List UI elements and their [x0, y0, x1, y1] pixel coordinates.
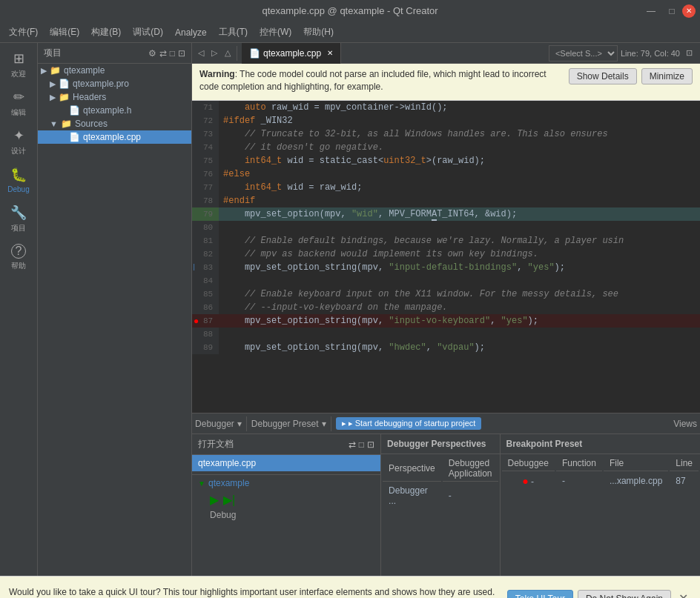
file-tab-icon: 📄: [249, 48, 260, 59]
tab-close-icon[interactable]: ✕: [327, 49, 333, 57]
take-tour-button[interactable]: Take UI Tour: [507, 590, 573, 599]
close-button[interactable]: ✕: [682, 4, 696, 18]
line-content-88: [219, 328, 228, 341]
cell-debuggee-text: -: [531, 476, 534, 487]
project-collapse-icon[interactable]: □: [170, 48, 175, 59]
warning-bold: Warning: [199, 69, 235, 79]
sidebar-label-design: 设计: [11, 146, 26, 156]
sidebar-item-help[interactable]: ? 帮助: [0, 239, 37, 276]
docs-icon2[interactable]: □: [359, 439, 364, 450]
line-content-85: // Enable keyboard input on the X11 wind…: [219, 288, 618, 301]
open-docs-header: 打开文档 ⇄ □ ⊡: [192, 434, 380, 455]
debug-icon: 🐛: [10, 167, 27, 183]
editor-area: ◁ ▷ △ 📄 qtexample.cpp ✕ <Select S...> Li…: [192, 43, 700, 576]
tree-item-cpp[interactable]: 📄 qtexample.cpp: [38, 130, 191, 144]
start-debug-button[interactable]: ▸ ▸ Start debugging of startup project: [336, 417, 482, 430]
folder-icon-headers: 📁: [59, 92, 70, 102]
maximize-button[interactable]: □: [661, 0, 682, 22]
sidebar-label-projects: 项目: [11, 223, 26, 233]
title-text: qtexample.cpp @ qtexample - Qt Creator: [262, 0, 438, 22]
project-sync-icon[interactable]: ⇄: [159, 48, 167, 59]
tree-item-h[interactable]: 📄 qtexample.h: [38, 104, 191, 117]
tree-item-headers[interactable]: ▶ 📁 Headers: [38, 90, 191, 104]
code-line-81: 81 // Enable default bindings, because w…: [192, 234, 700, 247]
menu-analyze[interactable]: Analyze: [169, 24, 213, 41]
cell-line: 87: [670, 473, 699, 489]
tree-label-headers: Headers: [73, 92, 106, 102]
line-content-79: mpv_set_option(mpv, "wid", MPV_FORMAT_IN…: [219, 207, 517, 221]
sidebar-label-help: 帮助: [11, 261, 26, 271]
minimize-button[interactable]: —: [641, 0, 661, 22]
views-label[interactable]: Views: [673, 419, 697, 429]
nav-back-button[interactable]: ◁: [195, 47, 207, 59]
tree-item-root[interactable]: ▶ 📁 qtexample: [38, 64, 191, 77]
line-number-87: ● 87: [192, 314, 219, 328]
code-line-79: 79 mpv_set_option(mpv, "wid", MPV_FORMAT…: [192, 207, 700, 221]
debugger-content: 打开文档 ⇄ □ ⊡ qtexample.cpp ▼ qtexample: [192, 434, 700, 576]
menu-file[interactable]: 文件(F): [3, 23, 44, 41]
close-tour-button[interactable]: ✕: [676, 591, 691, 598]
debug-preset-dropdown-icon: ▾: [322, 419, 326, 429]
symbol-select[interactable]: <Select S...>: [549, 45, 618, 62]
sidebar-item-projects[interactable]: 🔧 项目: [0, 200, 37, 237]
split-editor-button[interactable]: ⊡: [683, 47, 696, 59]
warning-buttons: Show Details Minimize: [569, 68, 693, 84]
nav-forward-button[interactable]: ▷: [208, 47, 220, 59]
tree-item-pro[interactable]: ▶ 📄 qtexample.pro: [38, 77, 191, 90]
line-number-83: 83 |: [192, 261, 219, 274]
arrow-right-icon-2: ▶: [50, 79, 56, 89]
line-content-72: #ifdef _WIN32: [219, 114, 293, 127]
code-line-76: 76 #else: [192, 167, 700, 181]
project-panel: 项目 ⚙ ⇄ □ ⊡ ▶ 📁 qtexample ▶ 📄 qtexample.p…: [38, 43, 192, 576]
breakpoint-icon: ●: [194, 315, 199, 328]
menu-build[interactable]: 构建(B): [85, 23, 127, 41]
sidebar-item-edit[interactable]: ✏ 编辑: [0, 84, 37, 122]
tab-label: qtexample.cpp: [263, 48, 321, 59]
minimize-button-warn[interactable]: Minimize: [641, 68, 693, 84]
menu-edit[interactable]: 编辑(E): [44, 23, 85, 41]
code-view[interactable]: 71 auto raw_wid = mpv_container->winId()…: [192, 101, 700, 413]
project-expand-icon[interactable]: ⊡: [178, 48, 185, 59]
file-icon-cpp: 📄: [69, 132, 80, 142]
menu-controls[interactable]: 控件(W): [254, 23, 297, 41]
titlebar: qtexample.cpp @ qtexample - Qt Creator —…: [0, 0, 700, 22]
tab-cpp[interactable]: 📄 qtexample.cpp ✕: [242, 43, 341, 64]
code-line-71: 71 auto raw_wid = mpv_container->winId()…: [192, 101, 700, 114]
docs-icon3[interactable]: ⊡: [367, 439, 374, 450]
sidebar-item-design[interactable]: ✦ 设计: [0, 123, 37, 160]
start-label: ▸ Start debugging of startup project: [349, 419, 476, 428]
help-icon: ?: [11, 244, 26, 259]
wrench-icon: 🔧: [10, 205, 27, 221]
sidebar-label-edit: 编辑: [11, 107, 26, 118]
window-controls: — □ ✕: [641, 0, 700, 22]
project-debug-label: Debug: [210, 510, 236, 520]
menu-tools[interactable]: 工具(T): [213, 23, 254, 41]
line-content-82: // mpv as backend would implement its ow…: [219, 247, 538, 261]
sidebar-item-welcome[interactable]: ⊞ 欢迎: [0, 46, 37, 83]
file-icon-pro: 📄: [59, 79, 70, 89]
line-number-73: 73: [192, 127, 219, 141]
code-line-82: 82 // mpv as backend would implement its…: [192, 247, 700, 261]
show-details-button[interactable]: Show Details: [569, 68, 637, 84]
project-filter-icon[interactable]: ⚙: [148, 48, 156, 59]
line-number-82: 82: [192, 247, 219, 261]
do-not-show-button[interactable]: Do Not Show Again: [578, 590, 671, 599]
code-line-84: 84: [192, 274, 700, 288]
nav-up-button[interactable]: △: [222, 47, 234, 59]
docs-icon1[interactable]: ⇄: [349, 439, 356, 450]
menu-debug[interactable]: 调试(D): [127, 23, 169, 41]
code-line-77: 77 int64_t wid = raw_wid;: [192, 181, 700, 194]
line-content-86: // --input-vo-keyboard on the manpage.: [219, 301, 447, 314]
line-number-84: 84: [192, 274, 219, 288]
sidebar-item-debug[interactable]: 🐛 Debug: [0, 162, 37, 199]
menu-help[interactable]: 帮助(H): [297, 23, 340, 41]
table-row-perspective: Debugger ... -: [383, 483, 498, 508]
line-number-80: 80: [192, 221, 219, 234]
tree-label-h: qtexample.h: [83, 105, 131, 116]
open-doc-item-cpp[interactable]: qtexample.cpp: [192, 455, 380, 471]
separator-1: [237, 46, 237, 61]
col-perspective: Perspective: [383, 456, 441, 482]
line-number-72: 72: [192, 114, 219, 127]
tree-item-sources[interactable]: ▼ 📁 Sources: [38, 117, 191, 130]
code-line-88: 88: [192, 328, 700, 341]
